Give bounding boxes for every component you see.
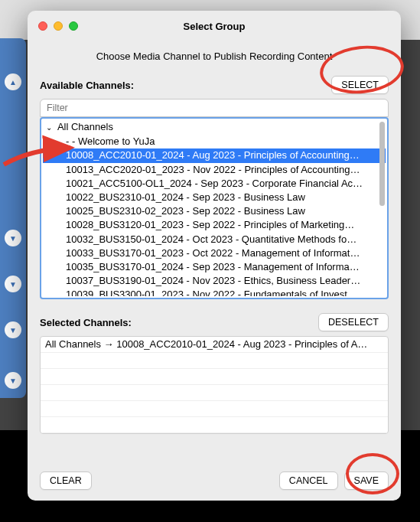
- tree-item[interactable]: 10013_ACC2020-01_2023 - Nov 2022 - Princ…: [43, 163, 386, 177]
- tree-item-welcome[interactable]: - - Welcome to YuJa: [43, 135, 386, 148]
- selected-channels-label: Selected Channels:: [40, 317, 132, 328]
- chevron-down-icon[interactable]: ⌄: [46, 121, 54, 135]
- selected-row: [41, 433, 388, 434]
- tree-item[interactable]: 10008_ACC2010-01_2024 - Aug 2023 - Princ…: [43, 148, 386, 162]
- chevron-down-icon: ▼: [5, 230, 21, 246]
- tree-item[interactable]: 10033_BUS3170-01_2023 - Oct 2022 - Manag…: [43, 246, 386, 260]
- select-group-modal: Select Group Choose Media Channel to Pub…: [28, 11, 401, 501]
- window-titlebar: Select Group: [28, 11, 401, 41]
- deselect-button[interactable]: DESELECT: [318, 313, 389, 331]
- selected-row: [41, 417, 388, 433]
- select-button[interactable]: SELECT: [331, 76, 389, 94]
- close-icon[interactable]: [38, 21, 47, 31]
- available-channels-list[interactable]: ⌄ All Channels - - Welcome to YuJa10008_…: [40, 117, 389, 299]
- save-button[interactable]: SAVE: [344, 471, 389, 490]
- chevron-down-icon: ▼: [5, 321, 21, 338]
- tree-item[interactable]: 10025_BUS2310-02_2023 - Sep 2022 - Busin…: [43, 204, 386, 218]
- tree-item[interactable]: 10039_BUS3300-01_2023 - Nov 2022 - Funda…: [43, 288, 386, 296]
- tree-item[interactable]: 10037_BUS3190-01_2024 - Nov 2023 - Ethic…: [43, 274, 386, 288]
- background-sidebar: [0, 38, 26, 398]
- minimize-icon[interactable]: [54, 21, 63, 31]
- tree-item[interactable]: 10028_BUS3120-01_2023 - Sep 2022 - Princ…: [43, 218, 386, 232]
- selected-row: [41, 385, 388, 401]
- selected-row[interactable]: All Channels → 10008_ACC2010-01_2024 - A…: [41, 337, 388, 353]
- scrollbar-thumb[interactable]: [379, 122, 385, 206]
- clear-button[interactable]: CLEAR: [40, 471, 92, 490]
- modal-subtitle: Choose Media Channel to Publish Recordin…: [40, 51, 389, 62]
- tree-item[interactable]: 10021_ACC5100-OL1_2024 - Sep 2023 - Corp…: [43, 177, 386, 191]
- selected-channels-list[interactable]: All Channels → 10008_ACC2010-01_2024 - A…: [40, 336, 389, 434]
- cancel-button[interactable]: CANCEL: [279, 471, 338, 490]
- filter-input[interactable]: [40, 99, 389, 117]
- tree-item[interactable]: 10032_BUS3150-01_2024 - Oct 2023 - Quant…: [43, 233, 386, 246]
- selected-row: [41, 369, 388, 385]
- tree-item[interactable]: 10022_BUS2310-01_2024 - Sep 2023 - Busin…: [43, 191, 386, 204]
- chevron-down-icon: ▼: [5, 372, 21, 389]
- tree-item[interactable]: 10035_BUS3170-01_2024 - Sep 2023 - Manag…: [43, 260, 386, 274]
- chevron-up-icon: ▲: [5, 73, 21, 90]
- window-traffic-lights: [38, 21, 78, 31]
- zoom-icon[interactable]: [69, 21, 78, 31]
- selected-row: [41, 353, 388, 369]
- window-title: Select Group: [184, 21, 246, 32]
- tree-root[interactable]: ⌄ All Channels: [43, 120, 386, 135]
- selected-row: [41, 401, 388, 417]
- chevron-down-icon: ▼: [5, 276, 21, 292]
- available-channels-label: Available Channels:: [40, 80, 134, 91]
